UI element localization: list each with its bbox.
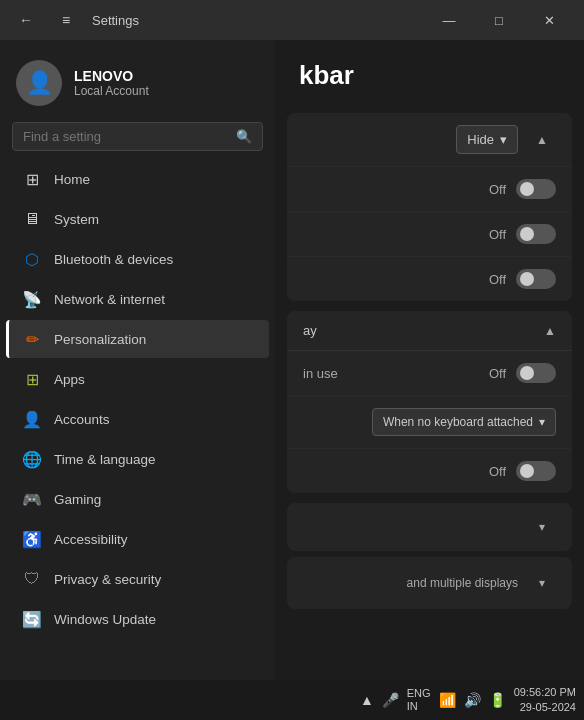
home-icon: ⊞ <box>22 169 42 189</box>
back-button[interactable]: ← <box>12 6 40 34</box>
keyboard-dropdown-label: When no keyboard attached <box>383 415 533 429</box>
gaming-icon: 🎮 <box>22 489 42 509</box>
apps-icon: ⊞ <box>22 369 42 389</box>
sidebar-item-time[interactable]: 🌐 Time & language <box>6 440 269 478</box>
toggle3-label: Off <box>489 272 506 287</box>
content-area: 👤 LENOVO Local Account 🔍 ⊞ Home 🖥 System <box>0 40 584 690</box>
sidebar-item-accessibility[interactable]: ♿ Accessibility <box>6 520 269 558</box>
toggle2-label: Off <box>489 227 506 242</box>
keyboard-dropdown[interactable]: When no keyboard attached ▾ <box>372 408 556 436</box>
window-title: Settings <box>92 13 139 28</box>
sidebar-item-accounts[interactable]: 👤 Accounts <box>6 400 269 438</box>
update-icon: 🔄 <box>22 609 42 629</box>
in-use-label: in use <box>303 366 338 381</box>
sidebar-item-label: Privacy & security <box>54 572 161 587</box>
sidebar-item-network[interactable]: 📡 Network & internet <box>6 280 269 318</box>
sidebar-item-label: Bluetooth & devices <box>54 252 173 267</box>
accounts-icon: 👤 <box>22 409 42 429</box>
toggle-4[interactable] <box>516 363 556 383</box>
section2-header-text: ay <box>303 323 317 338</box>
sidebar-item-home[interactable]: ⊞ Home <box>6 160 269 198</box>
footer-row-1: ▾ <box>287 503 572 551</box>
date-display: 29-05-2024 <box>514 700 576 715</box>
accessibility-icon: ♿ <box>22 529 42 549</box>
bluetooth-icon: ⬡ <box>22 249 42 269</box>
battery-icon[interactable]: 🔋 <box>489 692 506 708</box>
menu-icon: ≡ <box>62 12 70 28</box>
section1-expand[interactable]: ▲ <box>528 126 556 154</box>
sidebar-item-label: System <box>54 212 99 227</box>
minimize-button[interactable]: — <box>426 4 472 36</box>
section-card-1: Hide ▾ ▲ Off Off Off <box>287 113 572 301</box>
toggle-3[interactable] <box>516 269 556 289</box>
maximize-button[interactable]: □ <box>476 4 522 36</box>
time-display: 09:56:20 PM <box>514 685 576 700</box>
sidebar-item-label: Apps <box>54 372 85 387</box>
back-icon: ← <box>19 12 33 28</box>
sidebar-item-label: Accessibility <box>54 532 128 547</box>
section-card-2: ay ▲ in use Off When no keyboard attache… <box>287 311 572 493</box>
sidebar-item-privacy[interactable]: 🛡 Privacy & security <box>6 560 269 598</box>
settings-window: ← ≡ Settings — □ ✕ 👤 LENOVO Local Accoun <box>0 0 584 690</box>
search-box[interactable]: 🔍 <box>12 122 263 151</box>
user-name: LENOVO <box>74 68 149 84</box>
toggle-row-1: Off <box>287 167 572 212</box>
mic-icon[interactable]: 🎤 <box>382 692 399 708</box>
sidebar-item-system[interactable]: 🖥 System <box>6 200 269 238</box>
section-card-3: ▾ <box>287 503 572 551</box>
footer2-expand[interactable]: ▾ <box>528 569 556 597</box>
clock[interactable]: 09:56:20 PM 29-05-2024 <box>514 685 576 716</box>
sidebar-item-label: Windows Update <box>54 612 156 627</box>
section2-chevron-icon: ▲ <box>544 324 556 338</box>
toggle1-label: Off <box>489 182 506 197</box>
title-bar: ← ≡ Settings — □ ✕ <box>0 0 584 40</box>
privacy-icon: 🛡 <box>22 569 42 589</box>
toggle4-label: Off <box>489 366 506 381</box>
sidebar-item-label: Gaming <box>54 492 101 507</box>
hide-dropdown[interactable]: Hide ▾ <box>456 125 518 154</box>
search-input[interactable] <box>23 129 228 144</box>
system-icon: 🖥 <box>22 209 42 229</box>
taskbar: ▲ 🎤 ENG IN 📶 🔊 🔋 09:56:20 PM 29-05-2024 <box>0 680 584 720</box>
menu-button[interactable]: ≡ <box>52 6 80 34</box>
window-controls: — □ ✕ <box>426 4 572 36</box>
hide-dropdown-label: Hide <box>467 132 494 147</box>
user-info: LENOVO Local Account <box>74 68 149 98</box>
toggle-2[interactable] <box>516 224 556 244</box>
volume-icon[interactable]: 🔊 <box>464 692 481 708</box>
footer-text: and multiple displays <box>407 576 518 590</box>
sidebar-item-gaming[interactable]: 🎮 Gaming <box>6 480 269 518</box>
user-section: 👤 LENOVO Local Account <box>0 50 275 122</box>
toggle-1[interactable] <box>516 179 556 199</box>
sidebar: 👤 LENOVO Local Account 🔍 ⊞ Home 🖥 System <box>0 40 275 690</box>
sidebar-item-apps[interactable]: ⊞ Apps <box>6 360 269 398</box>
title-bar-left: ← ≡ Settings <box>12 6 139 34</box>
avatar-icon: 👤 <box>26 70 53 96</box>
panel-title: kbar <box>275 40 584 107</box>
section2-header[interactable]: ay ▲ <box>287 311 572 351</box>
sidebar-item-bluetooth[interactable]: ⬡ Bluetooth & devices <box>6 240 269 278</box>
sidebar-item-label: Home <box>54 172 90 187</box>
right-panel: kbar Hide ▾ ▲ Off Off <box>275 40 584 690</box>
toggle-row-5: Off <box>287 449 572 493</box>
network-icon: 📡 <box>22 289 42 309</box>
toggle5-label: Off <box>489 464 506 479</box>
sidebar-item-label: Network & internet <box>54 292 165 307</box>
language-indicator[interactable]: ENG IN <box>407 687 431 713</box>
wifi-icon[interactable]: 📶 <box>439 692 456 708</box>
footer-row-2: and multiple displays ▾ <box>287 557 572 609</box>
sidebar-item-label: Accounts <box>54 412 110 427</box>
toggle-row-3: Off <box>287 257 572 301</box>
dropdown-chevron-icon: ▾ <box>500 132 507 147</box>
sidebar-item-label: Time & language <box>54 452 156 467</box>
sidebar-item-update[interactable]: 🔄 Windows Update <box>6 600 269 638</box>
toggle-5[interactable] <box>516 461 556 481</box>
personalization-icon: ✏ <box>22 329 42 349</box>
toggle-row-4: in use Off <box>287 351 572 396</box>
close-button[interactable]: ✕ <box>526 4 572 36</box>
sidebar-item-personalization[interactable]: ✏ Personalization <box>6 320 269 358</box>
footer1-expand[interactable]: ▾ <box>528 513 556 541</box>
keyboard-setting-row: When no keyboard attached ▾ <box>287 396 572 449</box>
chevron-up-icon[interactable]: ▲ <box>360 692 374 708</box>
sidebar-item-label: Personalization <box>54 332 146 347</box>
